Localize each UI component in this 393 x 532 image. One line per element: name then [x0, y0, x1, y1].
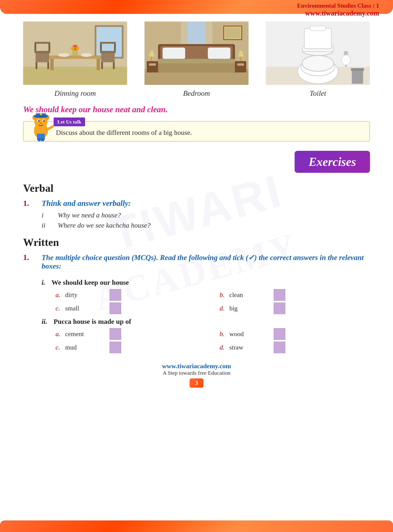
svg-point-53	[302, 55, 334, 71]
mcq-sub-ii-title: ii. Pucca house is made up of	[42, 318, 370, 325]
opt-ii-d-box[interactable]	[274, 342, 285, 353]
option-ii-c: c. mud	[55, 342, 206, 353]
svg-rect-12	[34, 44, 36, 51]
mcq-sub-ii: ii. Pucca house is made up of a. cement …	[23, 318, 370, 353]
toilet-image	[266, 21, 370, 86]
svg-rect-10	[47, 62, 49, 69]
mascot-icon	[28, 113, 54, 141]
svg-rect-44	[237, 63, 244, 66]
svg-rect-20	[114, 44, 116, 51]
svg-rect-35	[162, 48, 185, 59]
svg-rect-13	[49, 44, 50, 51]
opt-ii-b-box[interactable]	[274, 328, 285, 340]
svg-point-21	[58, 53, 70, 57]
svg-rect-56	[304, 28, 331, 49]
svg-rect-6	[97, 59, 100, 70]
option-ii-d: d. straw	[220, 342, 370, 353]
let-us-talk-container: Let Us talk	[23, 121, 370, 142]
svg-rect-15	[101, 53, 115, 62]
opt-c-text: small	[65, 305, 102, 312]
svg-point-26	[76, 46, 79, 50]
sub-text-ii: Where do we see kachcha house?	[58, 221, 151, 229]
svg-rect-16	[101, 62, 103, 69]
option-ii-b: b. wood	[220, 328, 370, 340]
mcq-sub-i-title: i. We should keep our house	[42, 278, 370, 286]
svg-rect-41	[151, 57, 152, 61]
option-ii-a: a. cement	[55, 328, 206, 340]
svg-rect-5	[50, 59, 54, 70]
svg-rect-11	[34, 42, 50, 44]
dining-room-item: Dinning room	[23, 21, 127, 98]
svg-rect-62	[351, 68, 364, 71]
sub-num-ii: ii	[42, 221, 58, 229]
let-us-talk-badge: Let Us talk	[54, 118, 85, 126]
opt-ii-c-letter: c.	[55, 344, 62, 351]
svg-rect-43	[235, 61, 246, 72]
mcq-i-options: a. dirty b. clean c. small d. big	[55, 289, 370, 314]
option-b: b. clean	[220, 289, 370, 301]
verbal-q1-sub1: i Why we need a house?	[42, 211, 370, 219]
svg-rect-18	[100, 42, 116, 44]
opt-d-text: big	[229, 305, 266, 312]
dining-room-svg	[23, 21, 127, 86]
toilet-label: Toilet	[266, 89, 370, 98]
written-q1-title: The multiple choice question (MCQs). Rea…	[42, 253, 370, 270]
mcq-ii-options: a. cement b. wood c. mud d. straw	[55, 328, 370, 353]
opt-ii-b-letter: b.	[220, 330, 226, 338]
bedroom-item: Bedroom	[144, 21, 249, 98]
option-a: a. dirty	[55, 289, 206, 301]
mcq-ii-num: ii.	[42, 318, 47, 325]
svg-line-78	[47, 126, 54, 129]
mcq-i-num: i.	[42, 278, 45, 286]
opt-a-box[interactable]	[110, 289, 121, 301]
opt-ii-c-box[interactable]	[110, 342, 121, 353]
svg-rect-57	[310, 26, 326, 31]
mcq-sub-i: i. We should keep our house a. dirty b. …	[23, 278, 370, 314]
bottom-border	[0, 520, 393, 532]
opt-ii-a-box[interactable]	[110, 328, 121, 340]
exercises-wrapper: Exercises	[23, 151, 370, 182]
footer-tagline: A Step towards free Education	[23, 370, 370, 376]
top-border: Environmental Studies Class : 1 www.tiwa…	[0, 0, 393, 14]
opt-c-letter: c.	[55, 305, 62, 312]
opt-ii-a-text: cement	[65, 330, 102, 338]
opt-d-box[interactable]	[274, 303, 285, 314]
opt-c-box[interactable]	[110, 303, 121, 314]
verbal-q1-number: 1.	[23, 199, 42, 208]
main-content: TIWARI ACADEMY	[0, 14, 393, 411]
svg-rect-39	[147, 61, 158, 72]
opt-b-text: clean	[229, 291, 266, 299]
option-d: d. big	[220, 303, 370, 314]
svg-rect-45	[240, 57, 241, 61]
verbal-q1-sub2: ii Where do we see kachcha house?	[42, 221, 370, 229]
exercises-banner: Exercises	[295, 151, 370, 173]
opt-d-letter: d.	[220, 305, 226, 312]
talk-text: Discuss about the different rooms of a b…	[56, 129, 192, 136]
opt-b-box[interactable]	[274, 289, 285, 301]
mcq-i-text: We should keep our house	[52, 278, 129, 286]
dining-room-label: Dinning room	[23, 89, 127, 98]
clean-statement: We should keep our house neat and clean.	[23, 104, 370, 114]
written-q1-number: 1.	[23, 253, 42, 262]
svg-point-60	[341, 55, 350, 65]
svg-rect-38	[158, 59, 235, 63]
svg-point-72	[43, 120, 45, 122]
verbal-q1-title: Think and answer verbally:	[42, 199, 131, 208]
written-section-title: Written	[23, 236, 370, 249]
bedroom-image	[144, 21, 249, 86]
bedroom-label: Bedroom	[144, 89, 249, 98]
svg-rect-36	[208, 48, 231, 59]
bedroom-svg	[144, 21, 249, 86]
page-number: 3	[190, 378, 203, 388]
svg-rect-8	[36, 53, 49, 62]
sub-num-i: i	[42, 211, 58, 219]
svg-rect-48	[225, 28, 240, 38]
svg-point-73	[39, 122, 42, 124]
svg-rect-61	[352, 69, 363, 84]
opt-ii-a-letter: a.	[55, 330, 62, 338]
opt-a-letter: a.	[55, 291, 62, 299]
toilet-svg	[266, 21, 370, 86]
opt-ii-d-letter: d.	[220, 344, 226, 351]
opt-b-letter: b.	[220, 291, 226, 299]
verbal-q1: 1. Think and answer verbally:	[23, 199, 370, 208]
